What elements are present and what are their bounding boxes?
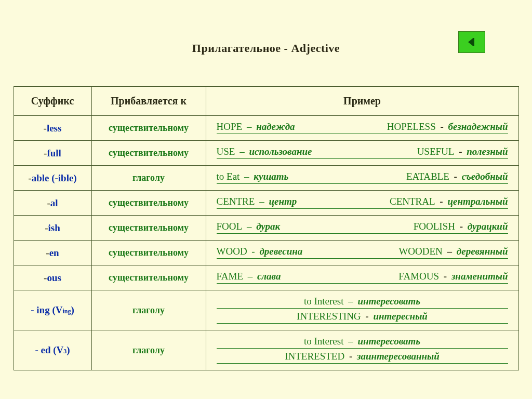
add-to-cell: глаголу	[91, 290, 206, 330]
add-to-cell: глаголу	[91, 330, 206, 370]
svg-marker-0	[468, 38, 473, 46]
header-example: Пример	[206, 87, 518, 116]
example-cell: Wood - древесинаWooden – деревянный	[206, 241, 518, 265]
suffix-cell: -ous	[14, 265, 91, 290]
suffix-cell: -able (-ible)	[14, 166, 91, 191]
table-row: -ishсуществительномуFool – дуракFoolish …	[14, 216, 518, 241]
header-add-to: Прибавляется к	[91, 87, 206, 116]
example-cell: to Eat – кушатьEatable - съедобный	[206, 166, 518, 191]
table-row: - ing (Ving)глаголуto Interest – интерес…	[14, 290, 518, 330]
suffix-table: Суффикс Прибавляется к Пример -lessсущес…	[14, 86, 519, 370]
example-line: Use – использованиеUseful - полезный	[217, 146, 508, 159]
table-row: -able (-ible)глаголуto Eat – кушатьEatab…	[14, 166, 518, 191]
add-to-cell: существительному	[91, 141, 206, 166]
suffix-cell: - ed (V3)	[14, 330, 91, 370]
header-suffix: Суффикс	[14, 87, 91, 116]
suffix-cell: - ing (Ving)	[14, 290, 91, 330]
example-line: Interesting - интересный	[217, 311, 508, 324]
svg-rect-1	[473, 38, 474, 46]
example-line: Hope – надеждаHopeless - безнадежный	[217, 121, 508, 134]
add-to-cell: существительному	[91, 265, 206, 290]
example-cell: Fool – дуракFoolish - дурацкий	[206, 216, 518, 241]
example-line: to Eat – кушатьEatable - съедобный	[217, 171, 508, 184]
table-row: -fullсуществительномуUse – использование…	[14, 141, 518, 166]
example-cell: Centre – центрCentral - центральный	[206, 191, 518, 216]
example-line: Fool – дуракFoolish - дурацкий	[217, 221, 508, 234]
example-line: to Interest – интересовать	[217, 296, 508, 309]
table-row: -lessсуществительномуHope – надеждаHopel…	[14, 116, 518, 141]
add-to-cell: существительному	[91, 216, 206, 241]
add-to-cell: существительному	[91, 116, 206, 141]
example-cell: Use – использованиеUseful - полезный	[206, 141, 518, 166]
example-line: Interested - заинтересованный	[217, 351, 508, 364]
back-button[interactable]	[458, 31, 485, 53]
back-arrow-icon	[466, 36, 477, 48]
example-cell: Fame – славаFamous - знаменитый	[206, 265, 518, 290]
page-title: Прилагательное - Adjective	[0, 42, 532, 55]
add-to-cell: глаголу	[91, 166, 206, 191]
add-to-cell: существительному	[91, 241, 206, 265]
example-line: Fame – славаFamous - знаменитый	[217, 271, 508, 284]
suffix-cell: -en	[14, 241, 91, 265]
suffix-cell: -less	[14, 116, 91, 141]
add-to-cell: существительному	[91, 191, 206, 216]
slide: Прилагательное - Adjective Суффикс Приба…	[0, 0, 532, 399]
example-line: Wood - древесинаWooden – деревянный	[217, 246, 508, 259]
table-header-row: Суффикс Прибавляется к Пример	[14, 87, 518, 116]
suffix-cell: -ish	[14, 216, 91, 241]
suffix-cell: -al	[14, 191, 91, 216]
table-row: -alсуществительномуCentre – центрCentral…	[14, 191, 518, 216]
example-cell: Hope – надеждаHopeless - безнадежный	[206, 116, 518, 141]
suffix-cell: -full	[14, 141, 91, 166]
example-line: Centre – центрCentral - центральный	[217, 196, 508, 209]
example-line: to Interest – интересовать	[217, 336, 508, 349]
example-cell: to Interest – интересоватьInteresting - …	[206, 290, 518, 330]
example-cell: to Interest – интересоватьInterested - з…	[206, 330, 518, 370]
table-row: - ed (V3)глаголуto Interest – интересова…	[14, 330, 518, 370]
table-row: -ousсуществительномуFame – славаFamous -…	[14, 265, 518, 290]
table-row: -enсуществительномуWood - древесинаWoode…	[14, 241, 518, 265]
